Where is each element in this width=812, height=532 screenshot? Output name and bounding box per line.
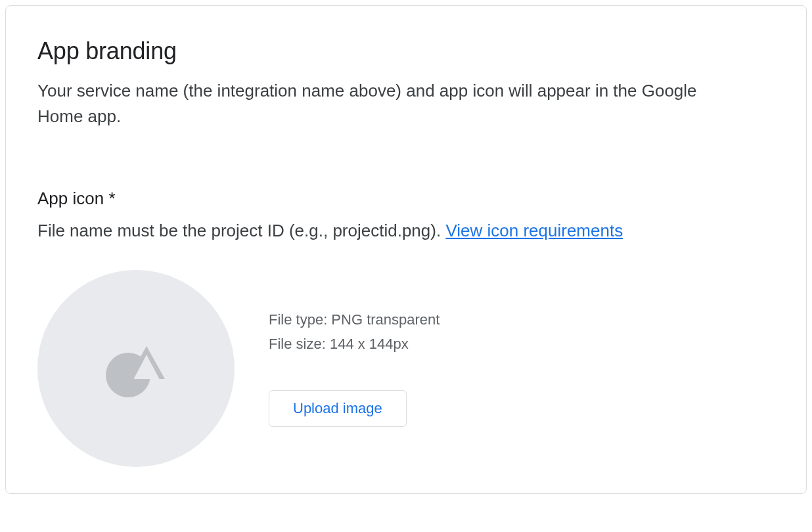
section-description: Your service name (the integration name … — [37, 78, 734, 129]
upload-info: File type: PNG transparent File size: 14… — [269, 310, 440, 427]
upload-image-button[interactable]: Upload image — [269, 390, 407, 427]
app-icon-hint: File name must be the project ID (e.g., … — [37, 221, 775, 241]
file-size-text: File size: 144 x 144px — [269, 334, 440, 355]
section-title: App branding — [37, 37, 775, 65]
file-type-text: File type: PNG transparent — [269, 310, 440, 330]
app-icon-placeholder — [37, 270, 235, 467]
shapes-placeholder-icon — [97, 328, 175, 409]
upload-row: File type: PNG transparent File size: 14… — [37, 270, 775, 467]
hint-text: File name must be the project ID (e.g., … — [37, 221, 445, 240]
app-icon-label: App icon * — [37, 188, 775, 209]
app-branding-card: App branding Your service name (the inte… — [5, 5, 807, 494]
view-icon-requirements-link[interactable]: View icon requirements — [445, 221, 623, 240]
